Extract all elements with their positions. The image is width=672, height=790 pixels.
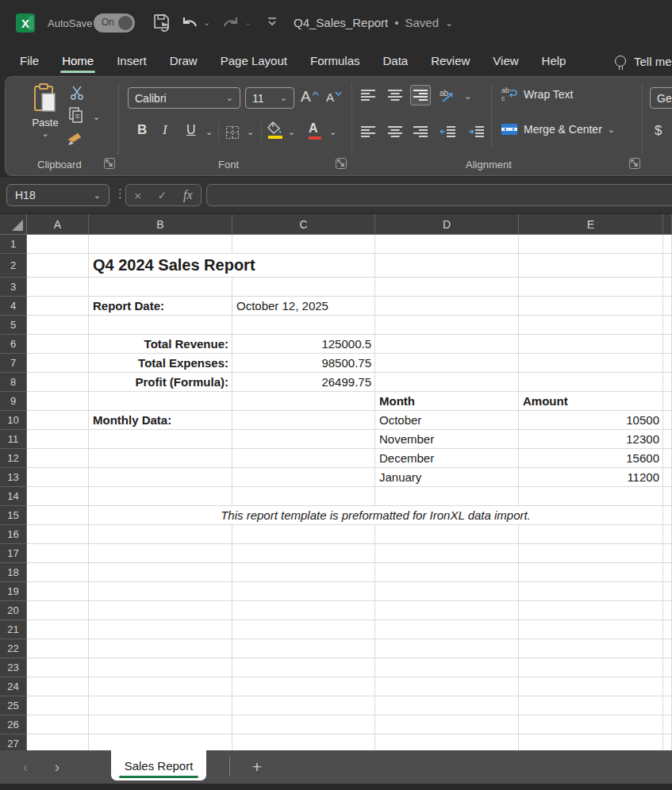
paste-button[interactable]: Paste ⌄: [26, 82, 64, 155]
cell-B18[interactable]: [89, 563, 232, 582]
row-header-14[interactable]: 14: [0, 487, 27, 506]
italic-button[interactable]: I: [163, 122, 167, 138]
cell-E26[interactable]: [519, 715, 663, 734]
cell-D14[interactable]: [375, 487, 519, 506]
cell-B2[interactable]: Q4 2024 Sales Report: [89, 254, 375, 278]
prev-sheet-icon[interactable]: ‹: [17, 758, 33, 776]
cell-B19[interactable]: [89, 582, 232, 601]
cell-E8[interactable]: [519, 373, 663, 392]
cell-E21[interactable]: [519, 620, 663, 639]
cell-B3[interactable]: [89, 278, 232, 297]
formula-bar-grip[interactable]: ⋮: [114, 186, 126, 201]
cell-C1[interactable]: [232, 235, 375, 254]
ribbon-tab-data[interactable]: Data: [382, 48, 408, 75]
cell-B24[interactable]: [89, 677, 232, 696]
cell-A13[interactable]: [27, 468, 89, 487]
cell-B23[interactable]: [89, 658, 232, 677]
shrink-font-button[interactable]: A: [326, 90, 342, 104]
row-header-3[interactable]: 3: [0, 278, 27, 297]
cell-D19[interactable]: [375, 582, 519, 601]
cell-C8[interactable]: 26499.75: [232, 373, 375, 392]
ribbon-tab-file[interactable]: File: [20, 48, 39, 75]
cell-C7[interactable]: 98500.75: [232, 354, 375, 373]
row-header-15[interactable]: 15: [0, 506, 27, 525]
cell-D25[interactable]: [375, 696, 519, 715]
ribbon-tab-page-layout[interactable]: Page Layout: [221, 48, 287, 75]
cell-B15[interactable]: This report template is preformatted for…: [89, 506, 663, 525]
cell-A19[interactable]: [27, 582, 89, 601]
ribbon-tab-formulas[interactable]: Formulas: [310, 48, 360, 75]
cell-E10[interactable]: 10500: [519, 411, 663, 430]
cell-D20[interactable]: [375, 601, 519, 620]
cell-D26[interactable]: [375, 715, 519, 734]
cell-C9[interactable]: [232, 392, 375, 411]
row-header-5[interactable]: 5: [0, 316, 27, 335]
borders-chevron[interactable]: ⌄: [247, 127, 254, 137]
cell-D18[interactable]: [375, 563, 519, 582]
cell-A24[interactable]: [27, 677, 89, 696]
add-sheet-button[interactable]: +: [246, 756, 268, 778]
cell-C18[interactable]: [232, 563, 375, 582]
cell-E12[interactable]: 15600: [519, 449, 663, 468]
cell-D5[interactable]: [375, 316, 519, 335]
cell-E17[interactable]: [519, 544, 663, 563]
cell-F13[interactable]: [663, 468, 672, 487]
undo-icon[interactable]: [181, 14, 198, 30]
cell-E23[interactable]: [519, 658, 663, 677]
undo-chevron[interactable]: ⌄: [203, 17, 210, 28]
align-left-button[interactable]: [358, 121, 378, 142]
customize-toolbar-icon[interactable]: [267, 16, 278, 27]
cell-C26[interactable]: [232, 715, 375, 734]
cell-F27[interactable]: [663, 734, 672, 750]
cell-B9[interactable]: [89, 392, 232, 411]
align-top-button[interactable]: [358, 85, 378, 105]
cell-D1[interactable]: [375, 235, 519, 254]
cell-E24[interactable]: [519, 677, 663, 696]
align-right-button[interactable]: [410, 121, 431, 142]
cell-B5[interactable]: [89, 316, 232, 335]
cell-D9[interactable]: Month: [375, 392, 519, 411]
clipboard-dialog-launcher[interactable]: [104, 158, 115, 169]
cell-C3[interactable]: [232, 278, 375, 297]
cell-B10[interactable]: Monthly Data:: [89, 411, 232, 430]
cell-F23[interactable]: [663, 658, 672, 677]
cell-D10[interactable]: October: [375, 411, 519, 430]
cell-A12[interactable]: [27, 449, 89, 468]
grow-font-button[interactable]: A: [301, 88, 319, 105]
font-color-chevron[interactable]: ⌄: [329, 127, 336, 137]
cell-A14[interactable]: [27, 487, 89, 506]
cell-E20[interactable]: [519, 601, 663, 620]
row-header-6[interactable]: 6: [0, 335, 27, 354]
ribbon-tab-view[interactable]: View: [493, 48, 518, 75]
cell-F6[interactable]: [663, 335, 672, 354]
cell-E25[interactable]: [519, 696, 663, 715]
merge-center-button[interactable]: Merge & Center ⌄: [501, 123, 615, 136]
format-painter-button[interactable]: [66, 129, 85, 148]
cell-D27[interactable]: [375, 734, 519, 750]
cell-A27[interactable]: [27, 734, 89, 750]
cell-B7[interactable]: Total Expenses:: [89, 354, 232, 373]
cell-A6[interactable]: [27, 335, 89, 354]
cell-F25[interactable]: [663, 696, 672, 715]
cell-A1[interactable]: [27, 235, 89, 254]
excel-logo-icon[interactable]: X: [16, 13, 35, 33]
borders-button[interactable]: [223, 123, 242, 142]
cell-A2[interactable]: [27, 254, 89, 278]
row-header-9[interactable]: 9: [0, 392, 27, 411]
cell-A23[interactable]: [27, 658, 89, 677]
cell-F19[interactable]: [663, 582, 672, 601]
cell-B17[interactable]: [89, 544, 232, 563]
row-header-1[interactable]: 1: [0, 235, 27, 254]
orientation-chevron[interactable]: ⌄: [464, 91, 471, 102]
cell-E4[interactable]: [519, 297, 663, 316]
cell-C20[interactable]: [232, 601, 375, 620]
cell-F26[interactable]: [663, 715, 672, 734]
cell-F20[interactable]: [663, 601, 672, 620]
autosave-toggle[interactable]: On: [94, 13, 135, 33]
bold-button[interactable]: B: [137, 122, 147, 138]
cell-B4[interactable]: Report Date:: [89, 297, 232, 316]
row-header-21[interactable]: 21: [0, 620, 27, 639]
cell-E5[interactable]: [519, 316, 663, 335]
column-header-E[interactable]: E: [519, 214, 663, 235]
cell-A22[interactable]: [27, 639, 89, 658]
